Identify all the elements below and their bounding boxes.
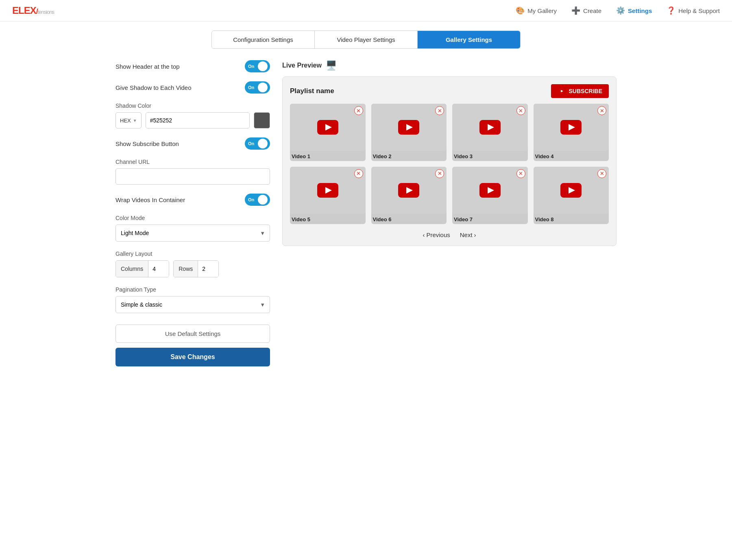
main-content: Show Header at the top On Give Shadow to… — [106, 49, 626, 366]
nav-create-label: Create — [583, 7, 601, 14]
prev-button[interactable]: ‹ Previous — [423, 231, 450, 238]
video-label: Video 3 — [452, 151, 528, 161]
wrap-videos-label: Wrap Videos In Container — [115, 196, 185, 203]
yt-logo-icon — [479, 183, 501, 198]
shadow-color-swatch[interactable] — [254, 112, 270, 129]
show-subscribe-on-label: On — [248, 141, 254, 146]
logo-text: ELEX/tensions — [12, 5, 54, 16]
yt-logo-icon — [317, 183, 338, 198]
show-header-toggle[interactable]: On — [245, 60, 270, 72]
subscribe-button[interactable]: SUBSCRIBE — [551, 84, 609, 98]
youtube-icon — [558, 88, 566, 94]
tabs-bar: Configuration Settings Video Player Sett… — [211, 31, 521, 49]
video-card: ✕ Video 8 — [534, 167, 609, 224]
pagination-type-select[interactable]: Simple & classic Numbered Load More Infi… — [115, 296, 270, 313]
show-subscribe-toggle[interactable]: On — [245, 137, 270, 150]
give-shadow-row: Give Shadow to Each Video On — [115, 81, 270, 94]
columns-input-group: Columns — [115, 260, 169, 277]
close-badge[interactable]: ✕ — [516, 169, 525, 178]
close-badge[interactable]: ✕ — [435, 169, 444, 178]
preview-box: Playlist name SUBSCRIBE ✕ Video 1 — [282, 76, 617, 246]
tab-gallery[interactable]: Gallery Settings — [418, 31, 520, 48]
give-shadow-label: Give Shadow to Each Video — [115, 84, 192, 91]
close-badge[interactable]: ✕ — [354, 169, 363, 178]
close-badge[interactable]: ✕ — [354, 106, 363, 115]
video-label: Video 8 — [534, 214, 609, 224]
nav-items: 🎨 My Gallery ➕ Create ⚙️ Settings ❓ Help… — [516, 6, 720, 15]
channel-url-section: Channel URL — [115, 159, 270, 185]
close-badge[interactable]: ✕ — [597, 106, 606, 115]
prev-label: Previous — [426, 231, 450, 238]
video-card: ✕ Video 2 — [371, 104, 447, 161]
shadow-color-input[interactable] — [146, 112, 250, 129]
close-badge[interactable]: ✕ — [516, 106, 525, 115]
yt-logo-icon — [560, 120, 582, 135]
next-button[interactable]: Next › — [460, 231, 476, 238]
nav-settings[interactable]: ⚙️ Settings — [616, 6, 652, 15]
yt-logo-icon — [398, 183, 419, 198]
tab-config[interactable]: Configuration Settings — [212, 31, 315, 48]
wrap-videos-on-label: On — [248, 197, 254, 202]
create-icon: ➕ — [571, 6, 580, 15]
gallery-layout-label: Gallery Layout — [115, 251, 270, 257]
video-card: ✕ Video 1 — [290, 104, 366, 161]
logo-ex: EX — [24, 5, 36, 16]
close-badge[interactable]: ✕ — [597, 169, 606, 178]
video-card: ✕ Video 3 — [452, 104, 528, 161]
channel-url-label: Channel URL — [115, 159, 270, 165]
video-card: ✕ Video 4 — [534, 104, 609, 161]
right-panel: Live Preview 🖥️ Playlist name SUBSCRIBE — [282, 60, 617, 366]
rows-input-group: Rows — [173, 260, 219, 277]
subscribe-label: SUBSCRIBE — [569, 88, 602, 94]
prev-chevron-icon: ‹ — [423, 231, 425, 238]
close-badge[interactable]: ✕ — [435, 106, 444, 115]
pagination-type-label: Pagination Type — [115, 286, 270, 293]
video-card: ✕ Video 5 — [290, 167, 366, 224]
give-shadow-toggle[interactable]: On — [245, 81, 270, 94]
pagination-type-wrapper: Simple & classic Numbered Load More Infi… — [115, 296, 270, 313]
nav-help[interactable]: ❓ Help & Support — [667, 6, 720, 15]
left-panel: Show Header at the top On Give Shadow to… — [115, 60, 270, 366]
live-preview-header: Live Preview 🖥️ — [282, 60, 617, 71]
nav-my-gallery-label: My Gallery — [527, 7, 557, 14]
color-mode-wrapper: Light Mode Dark Mode ▼ — [115, 224, 270, 242]
live-preview-label: Live Preview — [282, 62, 322, 69]
nav-create[interactable]: ➕ Create — [571, 6, 601, 15]
channel-url-input[interactable] — [115, 168, 270, 185]
monitor-icon: 🖥️ — [326, 60, 337, 71]
hex-chevron-icon: ▼ — [133, 118, 137, 123]
hex-format-select[interactable]: HEX ▼ — [115, 112, 142, 129]
columns-input[interactable] — [148, 261, 169, 277]
use-default-button[interactable]: Use Default Settings — [115, 325, 270, 343]
settings-icon: ⚙️ — [616, 6, 625, 15]
rows-input[interactable] — [198, 261, 218, 277]
tabs-container: Configuration Settings Video Player Sett… — [106, 31, 626, 49]
shadow-color-section: Shadow Color HEX ▼ — [115, 102, 270, 129]
nav-my-gallery[interactable]: 🎨 My Gallery — [516, 6, 557, 15]
gallery-icon: 🎨 — [516, 6, 525, 15]
columns-tag: Columns — [116, 261, 148, 277]
tab-video-player[interactable]: Video Player Settings — [315, 31, 418, 48]
show-subscribe-label: Show Subscribe Button — [115, 140, 179, 147]
rows-tag: Rows — [174, 261, 198, 277]
yt-logo-icon — [317, 120, 338, 135]
video-card: ✕ Video 6 — [371, 167, 447, 224]
video-label: Video 1 — [290, 151, 366, 161]
nav-help-label: Help & Support — [678, 7, 720, 14]
give-shadow-on-label: On — [248, 85, 254, 90]
show-header-label: Show Header at the top — [115, 63, 180, 70]
playlist-name: Playlist name — [290, 87, 334, 95]
video-label: Video 4 — [534, 151, 609, 161]
help-icon: ❓ — [667, 6, 675, 15]
next-label: Next — [460, 231, 473, 238]
video-grid: ✕ Video 1 ✕ Video 2 ✕ Video 3 ✕ Video — [290, 104, 609, 224]
gallery-layout-row: Columns Rows — [115, 260, 270, 277]
nav-settings-label: Settings — [628, 7, 652, 14]
pagination-type-section: Pagination Type Simple & classic Numbere… — [115, 286, 270, 313]
wrap-videos-toggle[interactable]: On — [245, 194, 270, 206]
show-header-on-label: On — [248, 64, 254, 69]
save-changes-button[interactable]: Save Changes — [115, 348, 270, 366]
color-mode-label: Color Mode — [115, 215, 270, 221]
yt-logo-icon — [398, 120, 419, 135]
color-mode-select[interactable]: Light Mode Dark Mode — [115, 224, 270, 242]
